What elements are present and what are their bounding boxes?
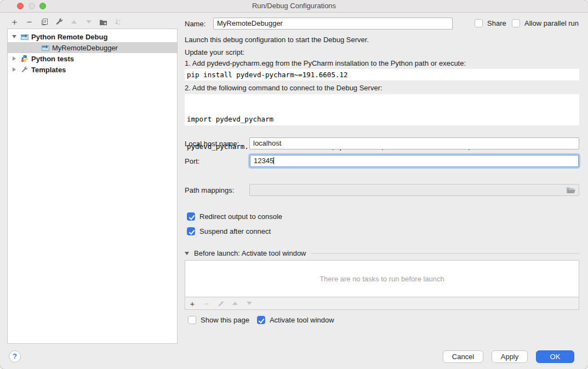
svg-text:z: z bbox=[119, 22, 121, 26]
intro-text: Launch this debug configuration to start… bbox=[185, 36, 369, 44]
share-label: Share bbox=[487, 19, 506, 27]
configurations-toolbar: + − az bbox=[7, 16, 125, 28]
move-up-button bbox=[66, 16, 81, 28]
add-configuration-button[interactable]: + bbox=[7, 16, 22, 28]
plus-icon: + bbox=[190, 299, 195, 308]
path-mappings-label: Path mappings: bbox=[185, 186, 234, 195]
suspend-after-connect-row: Suspend after connect bbox=[187, 227, 271, 235]
path-mappings-input[interactable] bbox=[249, 184, 579, 196]
activate-tool-window-label: Activate tool window bbox=[270, 316, 334, 324]
title-bar: Run/Debug Configurations bbox=[0, 0, 588, 13]
new-folder-button[interactable] bbox=[96, 16, 111, 28]
remove-task-button: − bbox=[199, 298, 214, 309]
window-title: Run/Debug Configurations bbox=[0, 0, 588, 12]
before-launch-toolbar: + − bbox=[185, 297, 579, 310]
edit-task-button bbox=[214, 298, 228, 309]
arrow-up-icon bbox=[71, 20, 77, 24]
python-tests-icon bbox=[20, 55, 28, 62]
templates-wrench-icon bbox=[20, 66, 28, 73]
redirect-output-row: Redirect output to console bbox=[187, 212, 282, 221]
before-launch-title: Before launch: Activate tool window bbox=[194, 249, 306, 257]
remove-configuration-button[interactable]: − bbox=[22, 16, 37, 28]
plus-icon: + bbox=[12, 18, 18, 27]
new-folder-icon bbox=[99, 19, 107, 26]
before-launch-task-list[interactable]: There are no tasks to run before launch bbox=[185, 260, 579, 297]
sort-configurations-button: az bbox=[111, 16, 125, 28]
share-checkbox-row: Share bbox=[475, 19, 506, 27]
redirect-output-checkbox[interactable] bbox=[187, 212, 195, 221]
minus-icon: − bbox=[204, 299, 209, 308]
allow-parallel-run-checkbox[interactable] bbox=[512, 19, 520, 27]
tree-item-python-tests[interactable]: Python tests bbox=[8, 53, 177, 64]
remote-debug-config-icon bbox=[20, 33, 28, 40]
tree-item-myremotedebugger[interactable]: MyRemoteDebugger bbox=[8, 42, 177, 53]
add-task-button[interactable]: + bbox=[185, 298, 199, 309]
configurations-tree: Python Remote Debug MyRemoteDebugger Pyt… bbox=[7, 28, 178, 344]
allow-parallel-run-checkbox-row: Allow parallel run bbox=[512, 19, 579, 27]
suspend-after-connect-label: Suspend after connect bbox=[199, 227, 271, 235]
collapse-icon[interactable] bbox=[12, 35, 17, 38]
tree-item-label: Python tests bbox=[31, 55, 74, 63]
remote-debug-config-icon bbox=[41, 44, 49, 51]
tree-item-label: Templates bbox=[31, 66, 66, 74]
step2-text: 2. Add the following command to connect … bbox=[185, 84, 383, 93]
code-line-1: import pydevd_pycharm bbox=[187, 114, 579, 125]
pencil-icon bbox=[218, 300, 225, 307]
allow-parallel-run-label: Allow parallel run bbox=[524, 19, 579, 27]
arrow-down-icon bbox=[86, 20, 92, 24]
show-this-page-row: Show this page Activate tool window bbox=[188, 316, 334, 324]
update-script-text: Update your script: bbox=[185, 48, 244, 57]
collapse-icon[interactable] bbox=[185, 252, 189, 255]
local-host-input[interactable]: localhost bbox=[249, 137, 579, 149]
name-label: Name: bbox=[185, 20, 205, 28]
browse-folder-icon[interactable] bbox=[566, 187, 576, 194]
svg-text:a: a bbox=[119, 19, 121, 22]
port-label: Port: bbox=[185, 157, 199, 166]
step1-text: 1. Add pydevd-pycharm.egg from the PyCha… bbox=[185, 59, 466, 68]
tree-item-label: Python Remote Debug bbox=[31, 33, 107, 41]
ok-button[interactable]: OK bbox=[536, 350, 574, 363]
edit-defaults-button[interactable] bbox=[52, 16, 66, 28]
tree-item-templates[interactable]: Templates bbox=[8, 64, 177, 75]
empty-tasks-message: There are no tasks to run before launch bbox=[319, 275, 444, 283]
activate-tool-window-checkbox[interactable] bbox=[257, 316, 265, 324]
cancel-button[interactable]: Cancel bbox=[443, 350, 483, 363]
expand-icon[interactable] bbox=[12, 67, 17, 72]
name-input[interactable]: MyRemoteDebugger bbox=[213, 18, 453, 30]
run-debug-configurations-dialog: Run/Debug Configurations + − az Python R… bbox=[0, 0, 588, 369]
minus-icon: − bbox=[27, 18, 32, 27]
question-mark-icon: ? bbox=[13, 352, 17, 360]
help-button[interactable]: ? bbox=[9, 350, 21, 362]
before-launch-section-header[interactable]: Before launch: Activate tool window bbox=[185, 249, 579, 257]
tree-item-python-remote-debug[interactable]: Python Remote Debug bbox=[8, 31, 177, 42]
arrow-down-icon bbox=[247, 302, 252, 305]
wrench-icon bbox=[55, 18, 63, 26]
sort-alphabetically-icon: az bbox=[115, 18, 122, 26]
move-task-up-button bbox=[228, 298, 242, 309]
apply-button[interactable]: Apply bbox=[492, 350, 528, 363]
copy-configuration-button[interactable] bbox=[37, 16, 52, 28]
expand-icon[interactable] bbox=[12, 56, 17, 61]
suspend-after-connect-checkbox[interactable] bbox=[187, 227, 195, 235]
pip-command-code: pip install pydevd-pycharm~=191.6605.12 bbox=[185, 69, 579, 80]
move-down-button bbox=[81, 16, 96, 28]
share-checkbox[interactable] bbox=[475, 19, 483, 27]
show-this-page-checkbox[interactable] bbox=[188, 316, 196, 324]
show-this-page-label: Show this page bbox=[201, 316, 249, 324]
section-divider bbox=[311, 253, 579, 253]
tree-item-label: MyRemoteDebugger bbox=[52, 44, 118, 52]
copy-icon bbox=[41, 18, 48, 26]
port-input[interactable]: 12345 bbox=[250, 155, 579, 167]
redirect-output-label: Redirect output to console bbox=[199, 212, 282, 221]
settrace-code-block: import pydevd_pycharm pydevd_pycharm.set… bbox=[185, 94, 579, 125]
arrow-up-icon bbox=[232, 302, 238, 305]
text-cursor bbox=[273, 157, 274, 164]
move-task-down-button bbox=[242, 298, 256, 309]
local-host-label: Local host name: bbox=[185, 140, 239, 148]
